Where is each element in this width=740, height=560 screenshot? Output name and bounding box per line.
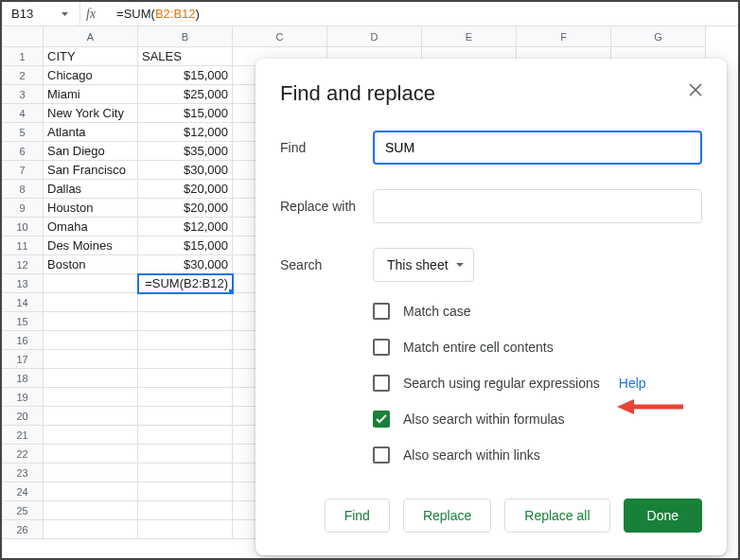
find-button[interactable]: Find — [325, 499, 390, 533]
cell[interactable] — [44, 520, 138, 539]
row-header[interactable]: 17 — [2, 350, 44, 369]
formula-input[interactable]: =SUM(B2:B12) — [107, 7, 200, 21]
cell[interactable]: SALES — [138, 47, 233, 66]
cell[interactable]: Des Moines — [44, 236, 138, 255]
cell[interactable] — [138, 407, 233, 426]
row-header[interactable]: 6 — [2, 142, 44, 161]
column-header[interactable]: F — [517, 26, 611, 47]
name-box[interactable]: B13 — [6, 5, 74, 24]
cell[interactable]: Miami — [44, 85, 138, 104]
column-header[interactable]: C — [233, 26, 327, 47]
row-header[interactable]: 9 — [2, 199, 44, 218]
column-header[interactable]: E — [422, 26, 517, 47]
cell[interactable]: San Francisco — [44, 161, 138, 180]
row-header[interactable]: 13 — [2, 274, 44, 293]
search-links-checkbox[interactable]: Also search within links — [373, 446, 702, 464]
cell[interactable]: Chicago — [44, 66, 138, 85]
replace-all-button[interactable]: Replace all — [504, 499, 609, 533]
match-entire-checkbox[interactable]: Match entire cell contents — [373, 339, 702, 356]
row-header[interactable]: 23 — [2, 464, 44, 482]
cell[interactable]: $35,000 — [138, 142, 233, 161]
find-input[interactable] — [373, 131, 702, 165]
cell[interactable]: $30,000 — [138, 161, 233, 180]
row-header[interactable]: 25 — [2, 501, 44, 520]
row-header[interactable]: 5 — [2, 123, 44, 142]
cell[interactable] — [138, 331, 233, 350]
cell[interactable]: $20,000 — [138, 199, 233, 218]
cell[interactable]: Atlanta — [44, 123, 138, 142]
row-header[interactable]: 1 — [2, 47, 44, 66]
cell[interactable] — [138, 369, 233, 388]
cell[interactable]: $12,000 — [138, 123, 233, 142]
close-icon[interactable] — [685, 79, 706, 100]
row-header[interactable]: 22 — [2, 445, 44, 464]
search-scope-dropdown[interactable]: This sheet — [373, 248, 474, 282]
row-header[interactable]: 19 — [2, 388, 44, 407]
cell[interactable] — [44, 482, 138, 501]
cell[interactable]: =SUM(B2:B12) — [138, 274, 233, 293]
row-header[interactable]: 3 — [2, 85, 44, 104]
cell[interactable]: $12,000 — [138, 218, 233, 236]
cell[interactable]: San Diego — [44, 142, 138, 161]
row-header[interactable]: 14 — [2, 293, 44, 312]
cell[interactable] — [138, 482, 233, 501]
cell[interactable]: New York City — [44, 104, 138, 123]
cell[interactable] — [44, 312, 138, 331]
cell[interactable]: Dallas — [44, 180, 138, 199]
cell[interactable] — [44, 350, 138, 369]
help-link[interactable]: Help — [619, 376, 646, 391]
cell[interactable]: $30,000 — [138, 255, 233, 274]
done-button[interactable]: Done — [624, 499, 702, 533]
column-header[interactable]: B — [138, 26, 233, 47]
cell[interactable]: Boston — [44, 255, 138, 274]
row-header[interactable]: 4 — [2, 104, 44, 123]
row-header[interactable]: 8 — [2, 180, 44, 199]
cell[interactable] — [44, 293, 138, 312]
cell[interactable] — [138, 501, 233, 520]
cell[interactable]: $20,000 — [138, 180, 233, 199]
cell[interactable]: $15,000 — [138, 104, 233, 123]
cell[interactable] — [44, 501, 138, 520]
cell[interactable]: $15,000 — [138, 236, 233, 255]
cell[interactable] — [44, 388, 138, 407]
cell[interactable]: Houston — [44, 199, 138, 218]
replace-input[interactable] — [373, 189, 702, 223]
column-header[interactable]: G — [611, 26, 706, 47]
cell[interactable] — [138, 445, 233, 464]
cell[interactable] — [138, 312, 233, 331]
cell[interactable] — [44, 331, 138, 350]
cell[interactable] — [138, 388, 233, 407]
cell[interactable] — [138, 350, 233, 369]
row-header[interactable]: 16 — [2, 331, 44, 350]
row-header[interactable]: 12 — [2, 255, 44, 274]
cell[interactable] — [44, 445, 138, 464]
row-header[interactable]: 21 — [2, 426, 44, 445]
cell[interactable] — [44, 464, 138, 482]
cell[interactable] — [44, 369, 138, 388]
row-header[interactable]: 18 — [2, 369, 44, 388]
cell[interactable] — [44, 407, 138, 426]
cell[interactable] — [138, 426, 233, 445]
row-header[interactable]: 26 — [2, 520, 44, 539]
row-header[interactable]: 15 — [2, 312, 44, 331]
cell[interactable] — [138, 464, 233, 482]
cell[interactable] — [138, 293, 233, 312]
replace-button[interactable]: Replace — [403, 499, 491, 533]
cell[interactable]: Omaha — [44, 218, 138, 236]
row-header[interactable]: 20 — [2, 407, 44, 426]
row-header[interactable]: 7 — [2, 161, 44, 180]
row-header[interactable]: 24 — [2, 482, 44, 501]
cell[interactable]: CITY — [44, 47, 138, 66]
cell[interactable]: $25,000 — [138, 85, 233, 104]
cell[interactable]: $15,000 — [138, 66, 233, 85]
row-header[interactable]: 11 — [2, 236, 44, 255]
regex-checkbox[interactable]: Search using regular expressions Help — [373, 375, 702, 392]
row-header[interactable]: 2 — [2, 66, 44, 85]
row-header[interactable]: 10 — [2, 218, 44, 236]
column-header[interactable]: A — [44, 26, 138, 47]
cell[interactable] — [44, 426, 138, 445]
column-header[interactable]: D — [327, 26, 422, 47]
cell[interactable] — [44, 274, 138, 293]
match-case-checkbox[interactable]: Match case — [373, 303, 702, 320]
cell[interactable] — [138, 520, 233, 539]
